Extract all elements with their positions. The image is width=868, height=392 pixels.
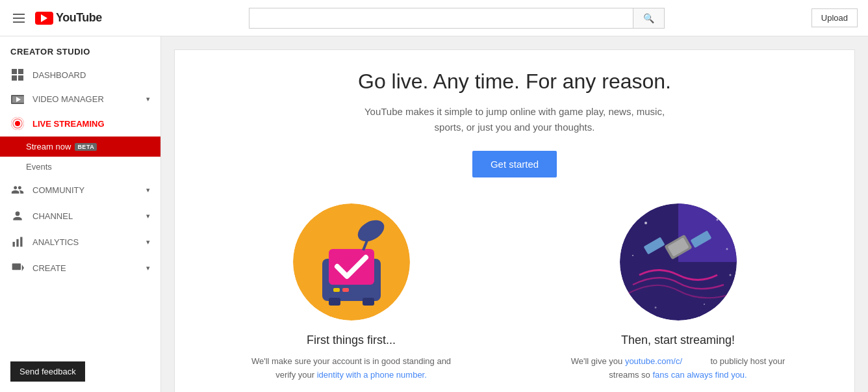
create-icon (10, 261, 25, 274)
svg-rect-23 (333, 288, 340, 292)
feature-illustration-first (293, 203, 410, 320)
sidebar-item-channel[interactable]: CHANNEL ▾ (0, 203, 160, 229)
svg-rect-3 (18, 75, 23, 81)
feature-desc-first: We'll make sure your account is in good … (241, 355, 462, 382)
feature-title-first: First things first... (215, 333, 488, 347)
svg-marker-15 (22, 265, 24, 271)
sidebar-item-live-streaming[interactable]: LIVE STREAMING (0, 111, 160, 137)
sidebar-item-community[interactable]: COMMUNITY ▾ (0, 177, 160, 203)
svg-rect-1 (18, 69, 23, 74)
sidebar: CREATOR STUDIO DASHBOARD VIDEO MANAGER ▾ (0, 36, 161, 392)
send-feedback-button[interactable]: Send feedback (10, 361, 85, 382)
svg-point-30 (645, 222, 647, 224)
sidebar-label-dashboard: DASHBOARD (32, 70, 86, 80)
svg-rect-13 (20, 237, 22, 247)
svg-rect-22 (363, 298, 374, 306)
svg-rect-11 (13, 242, 15, 247)
analytics-arrow: ▾ (146, 238, 150, 246)
hero-subtitle: YouTube makes it simple to jump online w… (352, 104, 677, 135)
menu-button[interactable] (10, 11, 27, 25)
svg-rect-24 (342, 288, 349, 292)
feature-item-second: Then, start streaming! We'll give you yo… (542, 203, 815, 382)
sidebar-item-analytics[interactable]: ANALYTICS ▾ (0, 229, 160, 255)
svg-rect-2 (12, 75, 17, 81)
live-icon (10, 117, 25, 130)
youtube-text: YouTube (56, 11, 102, 25)
channel-icon (10, 209, 25, 222)
youtube-icon (35, 12, 53, 25)
community-arrow: ▾ (146, 186, 150, 194)
svg-point-36 (729, 274, 731, 276)
header: YouTube Upload (0, 0, 868, 36)
stream-now-label: Stream now (26, 142, 71, 151)
header-right: Upload (811, 8, 858, 27)
sidebar-item-video-manager[interactable]: VIDEO MANAGER ▾ (0, 88, 160, 111)
svg-rect-12 (16, 239, 18, 247)
events-label: Events (26, 162, 52, 172)
upload-button[interactable]: Upload (811, 8, 858, 27)
sidebar-item-dashboard[interactable]: DASHBOARD (0, 62, 160, 88)
sidebar-label-video-manager: VIDEO MANAGER (32, 94, 104, 104)
sidebar-title: CREATOR STUDIO (0, 36, 160, 62)
create-arrow: ▾ (146, 264, 150, 272)
community-icon (10, 183, 25, 196)
features-row: First things first... We'll make sure yo… (201, 203, 828, 382)
dashboard-icon (10, 68, 25, 81)
svg-point-35 (704, 304, 705, 305)
svg-rect-14 (12, 263, 21, 270)
video-manager-icon (10, 95, 25, 104)
sidebar-label-channel: CHANNEL (32, 211, 73, 221)
svg-point-31 (716, 219, 718, 221)
youtube-logo[interactable]: YouTube (35, 11, 102, 25)
svg-rect-0 (12, 69, 17, 74)
sidebar-label-create: CREATE (32, 263, 66, 273)
feature-illustration-second (620, 203, 737, 320)
feature-item-first: First things first... We'll make sure yo… (215, 203, 488, 382)
sidebar-label-live-streaming: LIVE STREAMING (32, 119, 105, 129)
layout: CREATOR STUDIO DASHBOARD VIDEO MANAGER ▾ (0, 36, 868, 392)
feature-desc-second: We'll give you youtube.com/c/ to publicl… (568, 355, 789, 382)
sidebar-item-events[interactable]: Events (0, 157, 160, 177)
search-box (249, 8, 665, 29)
channel-arrow: ▾ (146, 212, 150, 220)
hero-title: Go live. Any time. For any reason. (201, 70, 828, 94)
search-container (102, 8, 811, 29)
svg-point-32 (726, 248, 728, 250)
svg-point-34 (654, 307, 656, 309)
sidebar-item-stream-now[interactable]: Stream now BETA (0, 137, 160, 157)
search-input[interactable] (249, 8, 633, 28)
header-left: YouTube (10, 11, 102, 25)
beta-badge: BETA (75, 143, 97, 151)
analytics-icon (10, 235, 25, 248)
svg-point-33 (632, 255, 633, 256)
sidebar-label-analytics: ANALYTICS (32, 237, 79, 247)
sidebar-label-community: COMMUNITY (32, 185, 84, 195)
svg-point-10 (16, 211, 20, 216)
svg-rect-21 (329, 298, 340, 306)
svg-point-7 (15, 121, 20, 126)
main-content: Go live. Any time. For any reason. YouTu… (161, 36, 868, 392)
search-button[interactable] (633, 8, 664, 28)
feature-title-second: Then, start streaming! (542, 333, 815, 347)
sidebar-item-create[interactable]: CREATE ▾ (0, 255, 160, 281)
content-card: Go live. Any time. For any reason. YouTu… (174, 49, 855, 392)
video-manager-arrow: ▾ (146, 95, 150, 103)
get-started-button[interactable]: Get started (472, 151, 557, 177)
